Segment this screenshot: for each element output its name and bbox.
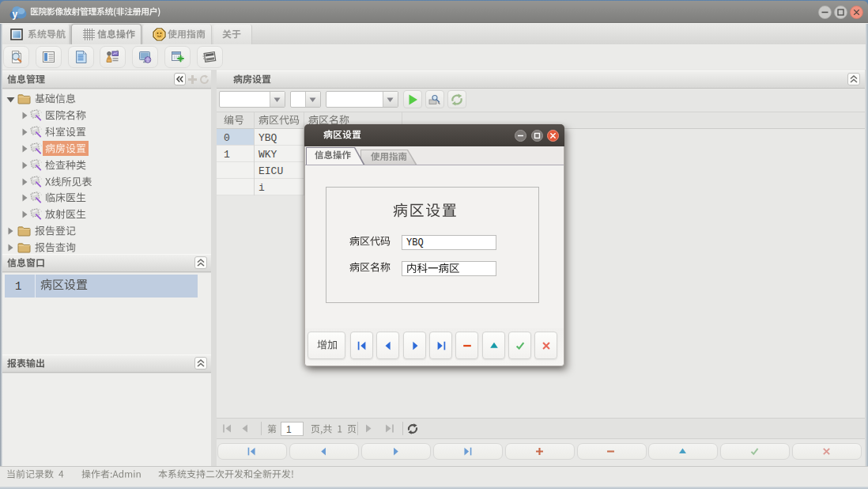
svg-text:y: y [13,9,18,20]
